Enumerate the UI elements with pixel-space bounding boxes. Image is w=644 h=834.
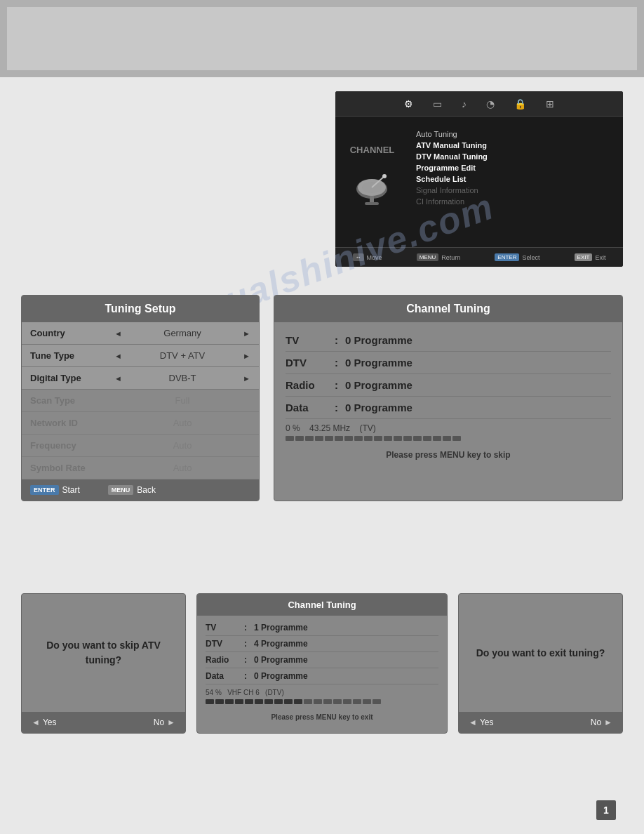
channel-tuning-large-body: TV : 0 Programme DTV : 0 Programme Radio… [274,322,622,470]
large-progress-bar [286,436,611,441]
symbol-rate-label: Symbol Rate [30,463,114,473]
large-progress-section: 0 % 43.25 MHz (TV) [286,419,611,446]
small-seg-2 [215,699,224,704]
small-seg-11 [304,699,312,704]
tv-menu-body: CHANNEL Auto Tuning ATV Manual Tuning DT… [335,117,623,215]
exit-tuning-footer: ◄ Yes No ► [459,712,622,733]
select-label: Select [522,254,539,261]
channel-label: CHANNEL [350,145,395,155]
small-skip-text: Please press MENU key to exit [206,709,438,724]
tuning-setup-title: Tuning Setup [22,296,259,322]
top-banner-inner [7,7,637,70]
small-radio-row: Radio : 0 Programme [206,652,438,668]
small-radio-count: 0 Programme [254,655,308,665]
seg-6 [335,436,343,441]
small-seg-10 [294,699,302,704]
small-seg-12 [314,699,322,704]
seg-4 [315,436,323,441]
skip-atv-footer: ◄ Yes No ► [22,712,185,733]
small-seg-1 [206,699,214,704]
small-seg-6 [255,699,263,704]
small-progress-percent: 54 % [206,689,222,696]
exit-key: EXIT [575,253,593,261]
page-number: 1 [596,800,616,820]
menu-item-ci-info: CI Information [416,197,488,206]
move-label: Move [367,254,382,261]
large-skip-text: Please press MENU key to skip [286,446,611,463]
menu-item-auto-tuning: Auto Tuning [416,129,488,139]
monitor-icon: ▭ [433,98,442,110]
small-seg-7 [264,699,273,704]
country-label: Country [30,328,114,338]
svg-point-4 [382,174,387,178]
small-seg-5 [245,699,253,704]
skip-no-button[interactable]: No ► [154,717,175,727]
tune-type-arrow-left: ◄ [114,352,122,360]
exit-yes-arrow-left: ◄ [469,717,477,727]
bottom-exit: EXIT Exit [575,253,606,261]
satellite-icon [349,162,395,208]
tune-type-arrow-right: ► [243,352,250,360]
back-button[interactable]: MENU Back [108,485,156,495]
small-tv-type: TV [206,623,244,633]
exit-yes-label: Yes [480,717,494,727]
tv-menu-screenshot: ⚙ ▭ ♪ ◔ 🔒 ⊞ CHANNEL Auto Tuning ATV [335,91,623,267]
tuning-footer: ENTER Start MENU Back [22,479,259,501]
data-colon: : [335,402,338,413]
frequency-row: Frequency Auto [22,435,259,457]
network-id-value: Auto [114,418,250,428]
network-id-row: Network ID Auto [22,412,259,435]
radio-row: Radio : 0 Programme [286,374,611,397]
skip-atv-body: Do you want to skip ATVtuning? [22,594,185,712]
small-dtv-count: 4 Programme [254,639,308,649]
large-freq-type: (TV) [359,423,375,433]
start-button[interactable]: ENTER Start [30,485,80,495]
digital-type-value: DVB-T [126,373,239,383]
small-seg-8 [274,699,283,704]
tune-type-row[interactable]: Tune Type ◄ DTV + ATV ► [22,345,259,367]
scan-type-value: Full [114,395,250,406]
bottom-section: Do you want to skip ATVtuning? ◄ Yes No … [21,593,623,734]
skip-atv-text: Do you want to skip ATVtuning? [46,638,161,668]
tv-menu-topbar: ⚙ ▭ ♪ ◔ 🔒 ⊞ [335,91,623,117]
skip-yes-button[interactable]: ◄ Yes [32,717,56,727]
exit-yes-button[interactable]: ◄ Yes [469,717,493,727]
small-seg-14 [333,699,342,704]
network-id-label: Network ID [30,418,114,428]
tune-type-label: Tune Type [30,350,114,361]
bottom-select: ENTER Select [495,253,539,261]
top-banner [0,0,644,77]
exit-tuning-text: Do you want to exit tuning? [476,646,605,661]
small-data-colon: : [244,671,247,681]
tv-menu-items: Auto Tuning ATV Manual Tuning DTV Manual… [416,129,488,208]
seg-7 [344,436,353,441]
data-type: Data [286,402,335,413]
seg-13 [403,436,412,441]
exit-no-arrow-right: ► [604,717,612,727]
bottom-return: MENU Return [417,253,461,261]
menu-item-schedule-list: Schedule List [416,174,488,184]
small-dtv-type: DTV [206,639,244,649]
seg-9 [364,436,373,441]
tv-menu-bottombar: ↔ Move MENU Return ENTER Select EXIT Exi… [335,247,623,267]
dtv-type: DTV [286,357,335,369]
large-progress-percent: 0 % [286,423,300,433]
menu-item-atv-manual: ATV Manual Tuning [416,140,488,150]
country-row[interactable]: Country ◄ Germany ► [22,322,259,345]
exit-no-button[interactable]: No ► [591,717,612,727]
skip-no-label: No [154,717,164,727]
radio-type: Radio [286,379,335,391]
seg-8 [354,436,363,441]
channel-tuning-small-title: Channel Tuning [197,594,447,616]
digital-type-row[interactable]: Digital Type ◄ DVB-T ► [22,367,259,390]
seg-2 [295,436,304,441]
small-seg-13 [323,699,332,704]
small-seg-17 [363,699,371,704]
tv-type: TV [286,334,335,346]
seg-12 [394,436,402,441]
bottom-move: ↔ Move [353,253,382,261]
svg-rect-5 [370,196,374,203]
seg-16 [433,436,441,441]
small-seg-4 [235,699,243,704]
skip-atv-panel: Do you want to skip ATVtuning? ◄ Yes No … [21,593,186,734]
